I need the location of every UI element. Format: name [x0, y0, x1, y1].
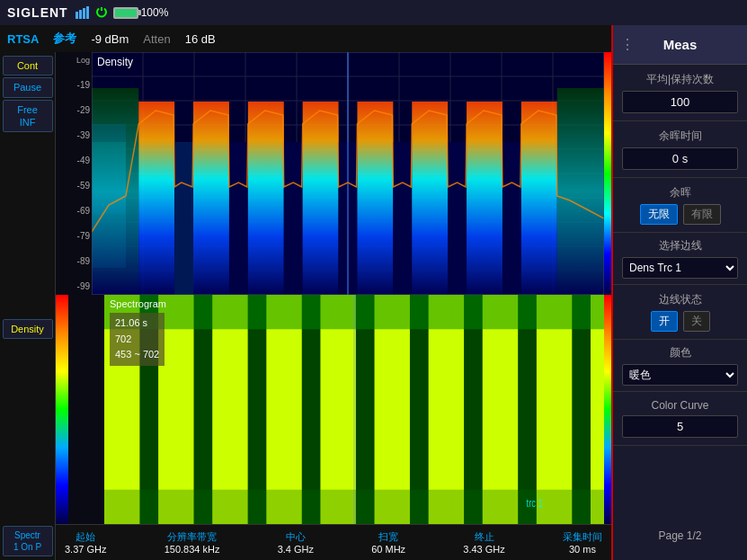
brand-logo: SIGLENT	[7, 5, 68, 20]
color-section: 颜色 暖色	[613, 340, 747, 392]
ref-label: 参考	[53, 31, 76, 47]
color-curve-title: Color Curve	[622, 399, 738, 412]
svg-rect-43	[557, 88, 604, 295]
ref-value: -9 dBm	[91, 32, 129, 46]
svg-rect-1	[79, 10, 82, 19]
y-val-6: -69	[58, 206, 90, 216]
page-indicator: Page 1/2	[649, 520, 710, 551]
persistence-limited-btn[interactable]: 有限	[683, 204, 721, 225]
color-curve-input[interactable]	[622, 415, 738, 438]
center-label: 中心	[286, 530, 306, 544]
atten-value: 16 dB	[185, 32, 216, 46]
spectrogram-val1: 702	[115, 332, 159, 348]
svg-rect-40	[467, 102, 502, 295]
right-header: ⋮ Meas	[613, 25, 747, 65]
rbw-label: 分辨率带宽	[167, 530, 217, 544]
spectrogram-right-colorbar	[604, 295, 611, 524]
spectrogram-label: Spectrogram	[110, 298, 166, 309]
stop-freq: 3.43 GHz	[463, 544, 504, 555]
select-trace-title: 选择边线	[622, 238, 738, 253]
y-scale-label: Log	[58, 56, 90, 65]
rtsa-label: RTSA	[7, 32, 39, 46]
color-title: 颜色	[622, 345, 738, 360]
side-buttons: Cont Pause Free INF Density Spectr 1 On …	[0, 52, 56, 560]
dwell-title: 余晖时间	[622, 129, 738, 144]
spectr-button[interactable]: Spectr 1 On P	[3, 526, 53, 556]
svg-rect-26	[138, 102, 174, 295]
trace-off-btn[interactable]: 关	[683, 311, 710, 332]
rbw-item: 分辨率带宽 150.834 kHz	[165, 530, 220, 555]
dwell-input[interactable]	[622, 147, 738, 170]
y-val-2: -29	[58, 105, 90, 115]
left-panel: RTSA 参考 -9 dBm Atten 16 dB Cont Pause Fr…	[0, 25, 611, 560]
main-content: RTSA 参考 -9 dBm Atten 16 dB Cont Pause Fr…	[0, 25, 747, 560]
color-dropdown[interactable]: 暖色	[622, 364, 738, 386]
sweep-value: 30 ms	[569, 544, 596, 555]
cont-button[interactable]: Cont	[3, 56, 53, 76]
y-val-3: -39	[58, 130, 90, 140]
density-colorbar	[604, 52, 611, 295]
battery-indicator: 100%	[113, 6, 169, 19]
density-chart: Density	[92, 52, 604, 295]
span-value: 60 MHz	[371, 544, 405, 555]
sweep-label: 采集时间	[563, 530, 602, 544]
spectrogram-svg: trc 1	[104, 295, 604, 524]
y-val-7: -79	[58, 231, 90, 241]
color-curve-section: Color Curve	[613, 392, 747, 446]
control-row: RTSA 参考 -9 dBm Atten 16 dB	[0, 25, 611, 52]
svg-rect-29	[193, 102, 229, 295]
y-val-5: -59	[58, 181, 90, 191]
spectrogram-info: 21.06 s 702 453 ~ 702	[110, 313, 165, 366]
stop-freq-item: 终止 3.43 GHz	[463, 530, 504, 555]
density-label: Density	[97, 56, 133, 68]
right-header-title: Meas	[663, 37, 698, 52]
sweep-item: 采集时间 30 ms	[563, 530, 602, 555]
spectrogram-range: 453 ~ 702	[115, 347, 159, 363]
persistence-section: 余晖 无限 有限	[613, 178, 747, 233]
y-val-9: -99	[58, 281, 90, 291]
svg-rect-25	[92, 88, 138, 295]
battery-percent: 100%	[141, 6, 169, 19]
y-val-8: -89	[58, 256, 90, 266]
density-svg	[92, 52, 604, 295]
density-button[interactable]: Density	[3, 319, 53, 339]
dots-icon: ⋮	[620, 36, 635, 53]
svg-rect-36	[357, 102, 393, 295]
spectrogram-y-axis	[68, 295, 104, 524]
battery-box	[113, 7, 138, 19]
svg-rect-3	[86, 6, 89, 19]
avg-hold-input[interactable]	[622, 91, 738, 113]
trace-on-btn[interactable]: 开	[651, 311, 678, 332]
rbw-value: 150.834 kHz	[165, 544, 220, 555]
svg-rect-39	[448, 142, 467, 295]
svg-rect-37	[393, 142, 412, 295]
persistence-title: 余晖	[622, 185, 738, 200]
spectrogram-section: Spectrogram 21.06 s 702 453 ~ 702	[56, 295, 611, 524]
span-label: 扫宽	[378, 530, 398, 544]
spectrogram-colorbar	[56, 295, 68, 524]
avg-hold-section: 平均|保持次数	[613, 65, 747, 121]
stop-label: 终止	[475, 530, 494, 544]
network-icon	[76, 6, 90, 19]
free-button[interactable]: Free INF	[3, 100, 53, 133]
spectrogram-canvas: Spectrogram 21.06 s 702 453 ~ 702	[104, 295, 604, 524]
svg-rect-38	[412, 102, 448, 295]
atten-label: Atten	[143, 32, 170, 46]
span-item: 扫宽 60 MHz	[371, 530, 405, 555]
power-icon	[95, 6, 108, 19]
center-freq: 3.4 GHz	[278, 544, 314, 555]
svg-rect-41	[502, 142, 521, 295]
top-bar-icons: 100%	[76, 6, 169, 19]
persistence-unlimited-btn[interactable]: 无限	[640, 204, 678, 225]
center-freq-item: 中心 3.4 GHz	[278, 530, 314, 555]
start-label: 起始	[76, 530, 95, 544]
persistence-toggles: 无限 有限	[622, 204, 738, 225]
trace-state-title: 边线状态	[622, 292, 738, 307]
select-trace-section: 选择边线 Dens Trc 1	[613, 233, 747, 285]
svg-rect-31	[248, 102, 284, 295]
svg-rect-28	[174, 142, 193, 295]
avg-hold-title: 平均|保持次数	[622, 72, 738, 87]
select-trace-dropdown[interactable]: Dens Trc 1	[622, 257, 738, 279]
spectrogram-time: 21.06 s	[115, 316, 159, 332]
pause-button[interactable]: Pause	[3, 77, 53, 97]
